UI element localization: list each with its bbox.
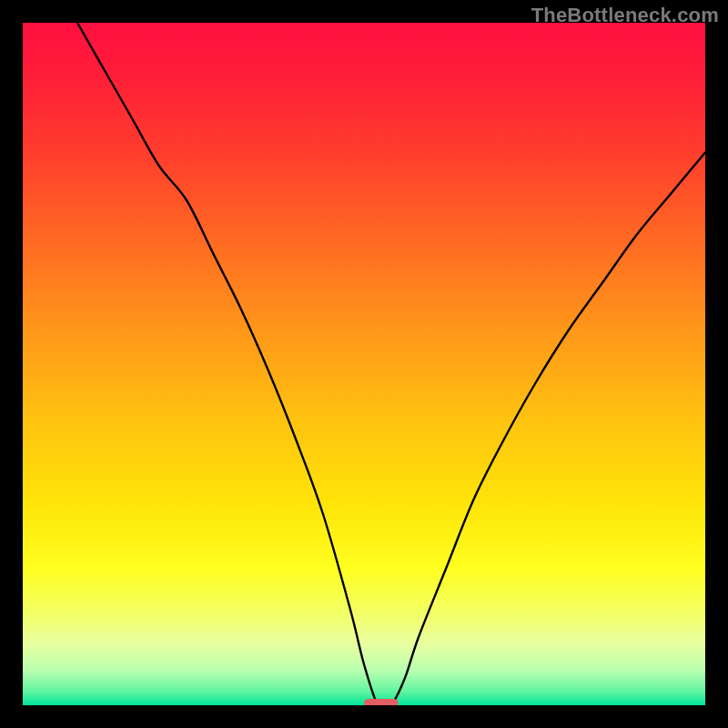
gradient-background xyxy=(23,23,705,705)
bottleneck-curve-chart xyxy=(23,23,705,705)
optimal-marker xyxy=(364,699,399,705)
chart-frame: TheBottleneck.com xyxy=(0,0,728,728)
attribution-watermark: TheBottleneck.com xyxy=(531,4,719,27)
plot-area xyxy=(23,23,705,705)
